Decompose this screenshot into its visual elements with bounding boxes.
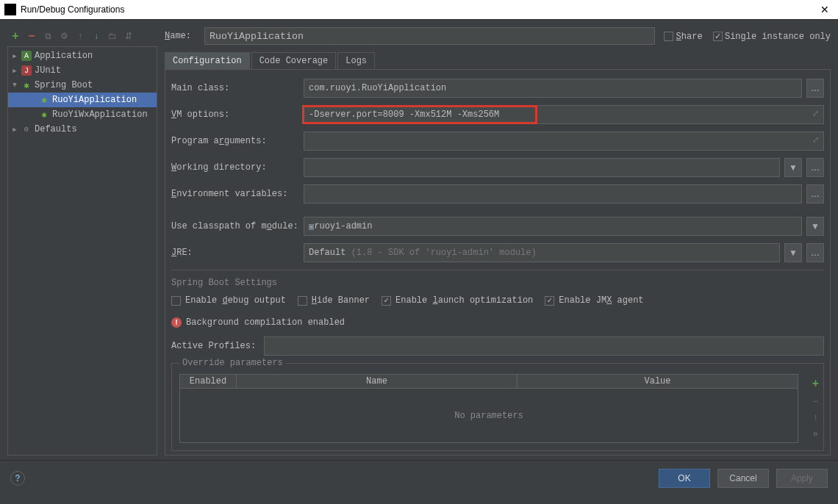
active-profiles-field[interactable] (264, 336, 824, 356)
enable-launch-optimization-checkbox[interactable]: Enable launch optimization (382, 295, 533, 306)
classpath-module-select[interactable]: ▣ ruoyi-admin (304, 217, 802, 236)
expand-icon[interactable]: ⤢ (812, 109, 819, 118)
name-label: Name: (165, 31, 196, 41)
close-icon[interactable]: ✕ (816, 4, 834, 15)
gear-icon: ⚙ (21, 124, 32, 134)
classpath-dropdown[interactable]: ▼ (806, 217, 824, 236)
tree-group-application[interactable]: ▶A Application (8, 48, 157, 63)
program-args-field[interactable]: ⤢ (304, 132, 824, 151)
enable-jmx-agent-checkbox[interactable]: Enable JMX agent (545, 295, 643, 306)
tree-item-ruoyi-wx-application[interactable]: ✱ RuoYiWxApplication (8, 107, 157, 122)
enable-debug-output-checkbox[interactable]: Enable debug output (171, 295, 286, 306)
tree-label: Application (35, 51, 93, 61)
env-vars-field[interactable] (304, 184, 802, 204)
vm-options-label: VM options: (171, 109, 299, 120)
main-class-field[interactable] (304, 79, 802, 98)
remove-config-icon[interactable]: − (26, 31, 37, 41)
override-header: Enabled Name Value (179, 374, 798, 389)
app-icon (4, 4, 16, 15)
tree-label: RuoYiWxApplication (52, 109, 148, 120)
move-down-icon[interactable]: ↓ (91, 31, 101, 41)
single-instance-checkbox[interactable]: Single instance only (713, 31, 831, 42)
browse-env-button[interactable]: … (806, 184, 824, 204)
tab-code-coverage[interactable]: Code Coverage (251, 52, 337, 69)
copy-config-icon[interactable]: ⧉ (43, 31, 53, 41)
override-more-icon[interactable]: » (813, 428, 818, 439)
active-profiles-label: Active Profiles: (171, 341, 259, 351)
sort-icon[interactable]: ⇵ (123, 31, 134, 41)
main-class-label: Main class: (171, 83, 299, 93)
help-button[interactable]: ? (10, 471, 25, 486)
override-col-name: Name (236, 375, 517, 388)
override-title: Override parameters (179, 358, 286, 368)
springboot-settings-title: Spring Boot Settings (171, 278, 824, 288)
ok-button[interactable]: OK (659, 469, 710, 488)
jre-select[interactable]: Default (1.8 - SDK of 'ruoyi-admin' modu… (304, 243, 780, 262)
configurations-tree[interactable]: ▶A Application ▶J JUnit ▼✱ Spring Boot ✱… (7, 46, 157, 456)
override-add-icon[interactable]: + (812, 377, 819, 390)
browse-main-class-button[interactable]: … (806, 79, 824, 98)
config-name-input[interactable] (204, 27, 655, 45)
override-col-value: Value (517, 375, 798, 388)
jre-label: JRE: (171, 248, 299, 258)
edit-settings-icon[interactable]: ⚙ (59, 31, 69, 41)
working-dir-field[interactable] (304, 158, 780, 177)
tab-configuration[interactable]: Configuration (165, 52, 250, 69)
tab-logs[interactable]: Logs (337, 52, 375, 69)
junit-icon: J (21, 65, 32, 76)
vm-options-field[interactable]: ⤢ (304, 105, 824, 124)
expand-icon[interactable]: ⤢ (812, 135, 819, 145)
tree-group-springboot[interactable]: ▼✱ Spring Boot (8, 78, 157, 93)
tree-label: Spring Boot (35, 80, 93, 90)
tree-label: Defaults (35, 124, 77, 134)
spring-icon: ✱ (21, 80, 32, 90)
override-up-icon[interactable]: ↑ (813, 412, 817, 422)
browse-jre-button[interactable]: … (806, 243, 824, 262)
application-icon: A (21, 51, 32, 61)
env-vars-label: Environment variables: (171, 189, 299, 199)
override-remove-icon[interactable]: − (813, 396, 818, 406)
tabs: Configuration Code Coverage Logs (165, 52, 831, 70)
program-args-label: Program arguments: (171, 136, 299, 146)
warning-icon: ! (171, 317, 182, 328)
tree-label: RuoYiApplication (52, 95, 137, 105)
config-toolbar: + − ⧉ ⚙ ↑ ↓ 🗀 ⇵ (7, 26, 157, 46)
share-checkbox[interactable]: Share (664, 31, 702, 42)
browse-working-dir-button[interactable]: … (806, 158, 824, 177)
add-config-icon[interactable]: + (10, 31, 21, 41)
cancel-button[interactable]: Cancel (717, 469, 769, 488)
tree-group-defaults[interactable]: ▶⚙ Defaults (8, 122, 157, 137)
background-compilation-warning: !Background compilation enabled (171, 317, 345, 328)
spring-icon: ✱ (39, 95, 49, 105)
module-icon: ▣ (309, 221, 314, 232)
move-up-icon[interactable]: ↑ (75, 31, 85, 41)
tree-item-ruoyi-application[interactable]: ✱ RuoYiApplication (8, 93, 157, 107)
working-dir-label: Working directory: (171, 162, 299, 173)
working-dir-dropdown[interactable]: ▼ (784, 158, 802, 177)
title-bar: Run/Debug Configurations ✕ (0, 0, 838, 19)
override-col-enabled: Enabled (180, 375, 236, 388)
tree-label: JUnit (35, 65, 61, 76)
override-empty-message: No parameters (179, 389, 798, 443)
folder-icon[interactable]: 🗀 (107, 31, 118, 41)
jre-dropdown[interactable]: ▼ (784, 243, 802, 262)
apply-button[interactable]: Apply (776, 469, 828, 488)
window-title: Run/Debug Configurations (21, 4, 124, 15)
classpath-module-label: Use classpath of module: (171, 221, 299, 231)
tree-group-junit[interactable]: ▶J JUnit (8, 63, 157, 78)
hide-banner-checkbox[interactable]: Hide Banner (298, 295, 370, 306)
spring-icon: ✱ (39, 109, 49, 120)
override-parameters-panel: Override parameters Enabled Name Value N… (171, 363, 824, 451)
